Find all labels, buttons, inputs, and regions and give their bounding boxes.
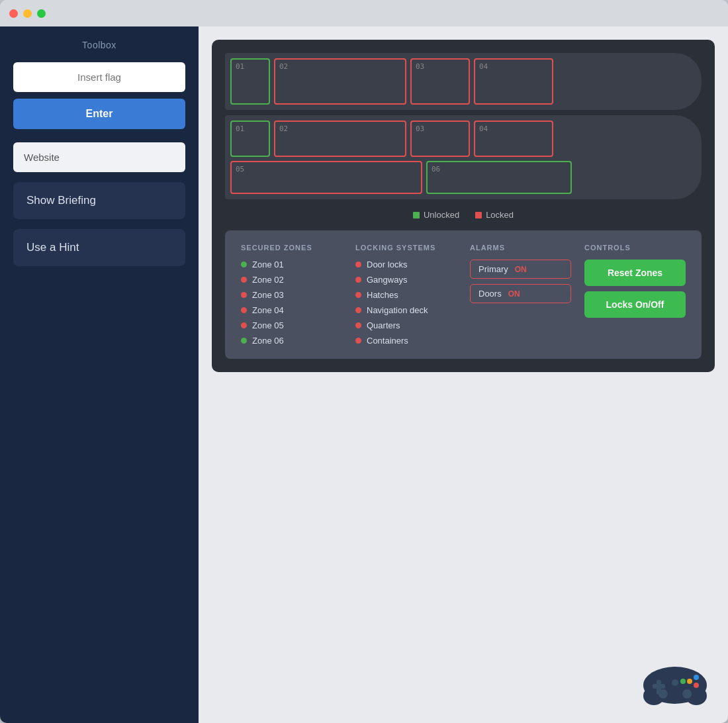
reset-zones-button[interactable]: Reset Zones [584, 260, 686, 286]
locking-systems-title: LOCKING SYSTEMS [355, 244, 457, 252]
list-item: Zone 03 [241, 290, 342, 300]
zone-02-bot[interactable]: 02 [274, 120, 406, 157]
legend: Unlocked Locked [225, 210, 702, 220]
zone-06-bot[interactable]: 06 [426, 161, 572, 194]
zone-04-bot[interactable]: 04 [474, 120, 553, 157]
svg-point-9 [694, 683, 699, 688]
dot-red [355, 262, 361, 267]
secured-zones-list: Zone 01 Zone 02 Zone 03 Zone 04 Zone 05 … [241, 260, 342, 346]
dot-red [355, 292, 361, 298]
list-item: Zone 05 [241, 320, 342, 330]
zone-01-bot[interactable]: 01 [230, 120, 270, 157]
dot-red [241, 292, 247, 298]
list-item: Zone 01 [241, 260, 342, 269]
svg-point-7 [687, 679, 692, 684]
legend-dot-green [413, 212, 420, 218]
dot-red [355, 338, 361, 344]
main-content: 01 02 03 04 01 02 03 04 [199, 26, 728, 723]
ship-bottom: 01 02 03 04 05 06 [225, 115, 702, 199]
dot-green [241, 262, 247, 267]
ship-panel: 01 02 03 04 01 02 03 04 [212, 40, 715, 372]
ship-bottom-row1: 01 02 03 04 [230, 120, 696, 157]
svg-point-6 [682, 689, 692, 699]
traffic-light-green[interactable] [37, 9, 46, 18]
use-hint-button[interactable]: Use a Hint [13, 229, 185, 266]
list-item: Navigation deck [355, 305, 457, 315]
svg-point-11 [672, 679, 678, 686]
ship-bottom-row2: 05 06 [230, 161, 696, 194]
list-item: Zone 06 [241, 336, 342, 346]
svg-point-5 [659, 689, 668, 699]
gamepad-icon [642, 657, 708, 707]
enter-button[interactable]: Enter [13, 99, 185, 129]
dot-red [355, 322, 361, 328]
dot-red [241, 307, 247, 313]
doors-alarm-status: ON [508, 289, 520, 299]
list-item: Hatches [355, 290, 457, 300]
toolbox-title: Toolbox [13, 40, 185, 50]
list-item: Zone 04 [241, 305, 342, 315]
primary-alarm-badge: Primary ON [470, 260, 571, 279]
legend-dot-red [475, 212, 482, 218]
legend-locked: Locked [475, 210, 514, 220]
zone-04-top[interactable]: 04 [474, 58, 553, 105]
list-item: Door locks [355, 260, 457, 269]
dot-red [241, 277, 247, 283]
dot-green [241, 338, 247, 344]
svg-point-8 [694, 675, 699, 680]
dot-red [355, 307, 361, 313]
svg-point-10 [680, 679, 686, 684]
ship-diagram: 01 02 03 04 01 02 03 04 [225, 53, 702, 199]
primary-alarm-label: Primary [478, 264, 508, 274]
alarms-title: ALARMS [470, 244, 571, 252]
controls-title: CONTROLS [584, 244, 686, 252]
doors-alarm-badge: Doors ON [470, 284, 571, 303]
legend-unlocked: Unlocked [413, 210, 459, 220]
dot-red [241, 322, 247, 328]
dot-red [355, 277, 361, 283]
locks-onoff-button[interactable]: Locks On/Off [584, 291, 686, 318]
ship-top: 01 02 03 04 [225, 53, 702, 110]
secured-zones-title: SECURED ZONES [241, 244, 342, 252]
zone-05-bot[interactable]: 05 [230, 161, 422, 194]
list-item: Containers [355, 336, 457, 346]
traffic-light-red[interactable] [9, 9, 18, 18]
zone-03-bot[interactable]: 03 [410, 120, 470, 157]
zone-03-top[interactable]: 03 [410, 58, 470, 105]
list-item: Gangways [355, 275, 457, 285]
alarms-section: ALARMS Primary ON Doors ON [470, 244, 571, 346]
svg-rect-4 [653, 684, 665, 689]
list-item: Zone 02 [241, 275, 342, 285]
zone-02-top[interactable]: 02 [274, 58, 406, 105]
zone-01-top[interactable]: 01 [230, 58, 270, 105]
list-item: Quarters [355, 320, 457, 330]
website-button[interactable]: Website [13, 142, 185, 172]
doors-alarm-label: Doors [478, 289, 502, 299]
locking-systems-list: Door locks Gangways Hatches Navigation d… [355, 260, 457, 346]
controls-section: CONTROLS Reset Zones Locks On/Off [584, 244, 686, 346]
traffic-light-yellow[interactable] [23, 9, 32, 18]
secured-zones-section: SECURED ZONES Zone 01 Zone 02 Zone 03 Zo… [241, 244, 342, 346]
primary-alarm-status: ON [515, 265, 527, 274]
gamepad-container [642, 657, 708, 710]
info-panel: SECURED ZONES Zone 01 Zone 02 Zone 03 Zo… [225, 230, 702, 359]
sidebar: Toolbox Enter Website Show Briefing Use … [0, 26, 199, 723]
insert-flag-input[interactable] [13, 62, 185, 92]
browser-titlebar [0, 0, 728, 26]
show-briefing-button[interactable]: Show Briefing [13, 182, 185, 219]
locking-systems-section: LOCKING SYSTEMS Door locks Gangways Hatc… [355, 244, 457, 346]
